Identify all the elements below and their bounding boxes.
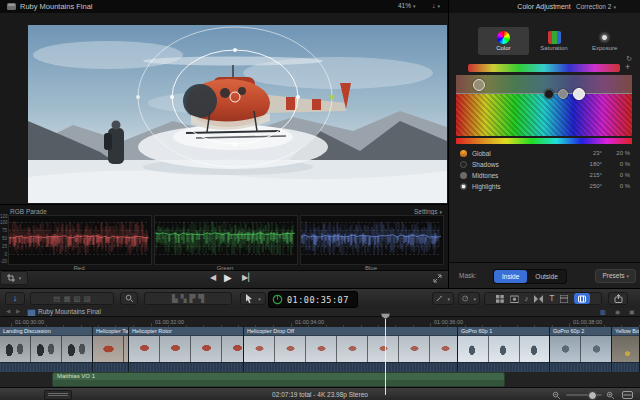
color-puck[interactable] [558,89,568,99]
insert-edit-icon[interactable]: ▚ [181,295,187,303]
color-puck[interactable] [544,89,554,99]
slider-row-highlights[interactable]: Highlights250°0 % [456,181,634,192]
correction-selector[interactable]: Correction 2▾ [576,3,636,10]
clip-appearance-icon[interactable] [622,391,633,399]
color-puck[interactable] [473,79,485,91]
transform-crop-menu[interactable]: ▾ [0,271,28,285]
zoom-slider-knob[interactable] [588,391,597,400]
import-media-button[interactable]: ↓ [5,292,25,305]
timeline-clip[interactable]: Landing Discussion [0,327,93,371]
media-browsers-group[interactable]: ♪ T [484,292,602,305]
append-edit-icon[interactable]: ▛ [190,295,196,303]
scopes-title: RGB Parade [10,208,47,215]
scopes-settings-menu[interactable]: Settings▾ [414,208,442,215]
search-button[interactable] [120,292,138,305]
tab-saturation[interactable]: Saturation [529,27,580,55]
timeline-clip[interactable]: Helicopter Drop Off [244,327,458,371]
timeline-clips: Landing DiscussionHelicopter Ta...Helico… [0,327,640,371]
slider-row-shadows[interactable]: Shadows180°0 % [456,159,634,170]
photos-browser-icon[interactable] [510,295,519,303]
chevron-down-icon: ▾ [413,3,416,9]
event-icon[interactable]: ▤ [53,295,60,303]
presets-button[interactable]: Presets▾ [595,269,636,283]
mask-gradient-bottom[interactable] [456,94,632,136]
color-puck[interactable] [573,88,585,100]
retime-menu[interactable]: ▾ [458,292,480,305]
music-browser-icon[interactable]: ♪ [525,295,529,303]
mask-outside-button[interactable]: Outside [527,270,565,283]
axis-label: 25 [0,244,7,249]
timecode-display[interactable]: 01:00:35:07 [268,291,358,308]
effects-browser-icon[interactable] [496,295,504,303]
video-canvas[interactable] [28,25,447,203]
global-icon [460,150,467,157]
fullscreen-icon[interactable] [433,274,442,283]
connect-edit-icon[interactable]: ▙ [172,295,178,303]
arrow-cursor-icon [245,294,253,304]
timeline-clip[interactable]: Helicopter Ta... [93,327,129,371]
clip-name: Yellow Boots [612,327,639,336]
themes-browser-icon[interactable] [560,295,568,303]
viewer-zoom-menu[interactable]: 41%▾ [398,2,416,9]
tab-exposure[interactable]: Exposure [579,27,630,55]
slider-row-global[interactable]: Global23°20 % [456,148,634,159]
viewer-display-menu[interactable]: ↓▾ [432,2,440,9]
connected-audio-clip[interactable]: Matthias VO 1 [52,372,505,387]
add-color-icon[interactable]: + [625,62,630,72]
overwrite-edit-icon[interactable]: ▜ [198,295,204,303]
helicopter-scene [28,25,447,203]
rating-icon[interactable]: ▧ [74,295,81,303]
enhancements-menu[interactable]: ▾ [432,292,454,305]
skimming-icon[interactable]: ◉ [615,308,620,315]
color-sliders: Global23°20 %Shadows180°0 %Midtones215°0… [456,148,634,192]
clip-name: GoPro 60p 2 [550,327,611,336]
mask-inside-button[interactable]: Inside [494,270,527,283]
timeline-clip[interactable]: GoPro 60p 2 [550,327,612,371]
chevron-down-icon: ▾ [613,4,616,10]
edit-buttons-group[interactable]: ▙ ▚ ▛ ▜ [144,292,232,305]
clip-audio-waveform [244,362,457,372]
playhead[interactable] [385,316,386,395]
tool-selector[interactable]: ▾ [240,292,266,305]
slider-percent: 0 % [620,172,630,178]
tab-color[interactable]: Color [478,27,529,55]
color-mask-pane[interactable] [456,75,632,136]
transitions-browser-icon[interactable] [534,295,543,303]
clip-filmstrip [244,336,457,362]
keyword-icon[interactable]: ▦ [63,295,70,303]
titles-browser-icon[interactable]: T [549,294,554,303]
generators-icon [578,295,586,303]
timeline-clip[interactable]: GoPro 60p 1 [458,327,550,371]
play-button[interactable]: ▶ [224,272,232,283]
axis-label: 100 [0,220,7,225]
timeline-index-icon[interactable]: ▥ [600,308,606,315]
history-forward-icon[interactable]: ▶ [16,308,20,314]
video-scopes-pane: RGB Parade Settings▾ 1201007550250-20Red… [0,204,448,271]
playback-dial-icon [272,294,283,305]
clip-filmstrip [0,336,92,362]
snapping-icon[interactable]: ▣ [629,308,635,315]
timeline-clip[interactable]: Helicopter Rotor [129,327,244,371]
media-organize-group[interactable]: ▤ ▦ ▧ ▨ [30,292,114,305]
zoom-in-icon[interactable] [606,391,615,400]
filter-icon[interactable]: ▨ [84,295,91,303]
scope-blue [300,215,444,265]
previous-frame-button[interactable]: ◀ [210,273,216,282]
next-frame-button[interactable]: ▶▏ [242,273,254,282]
generators-browser-button[interactable] [574,293,590,304]
ruler-timecode: 01:00:38:00 [573,319,602,325]
slider-row-midtones[interactable]: Midtones215°0 % [456,170,634,181]
chevron-down-icon: ▾ [447,296,450,302]
project-name[interactable]: Ruby Mountains Final [38,308,101,315]
clip-name: Landing Discussion [0,327,92,336]
shadows-icon [460,161,467,168]
hue-strip[interactable] [468,64,620,72]
share-button[interactable] [608,292,628,305]
history-back-icon[interactable]: ◀ [6,308,10,314]
saturation-icon [548,31,561,44]
clip-appearance-button[interactable] [44,390,72,400]
timeline-clip[interactable]: Yellow Boots [612,327,640,371]
zoom-out-icon[interactable] [552,391,561,400]
color-icon [497,31,510,44]
mask-label: Mask: [459,272,476,279]
